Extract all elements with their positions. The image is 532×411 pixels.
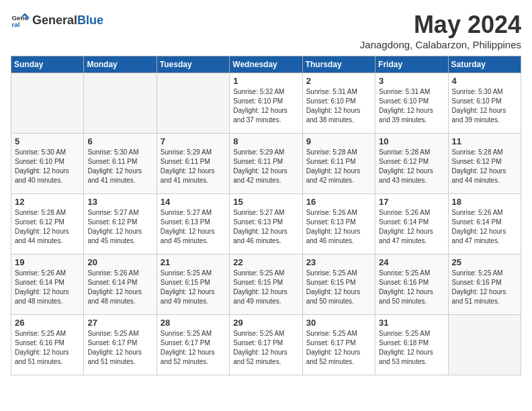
day-number-28: 28 <box>161 318 226 328</box>
week-row-1: 1Sunrise: 5:32 AMSunset: 6:10 PMDaylight… <box>11 73 521 134</box>
col-tuesday: Tuesday <box>157 56 229 73</box>
col-wednesday: Wednesday <box>230 56 302 73</box>
day-info-17: Sunrise: 5:26 AMSunset: 6:14 PMDaylight:… <box>379 208 444 246</box>
day-number-10: 10 <box>379 136 444 146</box>
day-number-11: 11 <box>452 136 517 146</box>
cell-3-6: 25Sunrise: 5:25 AMSunset: 6:16 PMDayligh… <box>448 255 521 315</box>
cell-3-0: 19Sunrise: 5:26 AMSunset: 6:14 PMDayligh… <box>11 255 84 315</box>
day-info-22: Sunrise: 5:25 AMSunset: 6:15 PMDaylight:… <box>233 269 298 306</box>
day-info-19: Sunrise: 5:26 AMSunset: 6:14 PMDaylight:… <box>15 269 80 306</box>
cell-0-6: 4Sunrise: 5:30 AMSunset: 6:10 PMDaylight… <box>448 73 521 134</box>
cell-1-4: 9Sunrise: 5:28 AMSunset: 6:11 PMDaylight… <box>302 134 375 194</box>
week-row-3: 12Sunrise: 5:28 AMSunset: 6:12 PMDayligh… <box>11 194 521 255</box>
day-number-23: 23 <box>306 257 371 267</box>
day-info-8: Sunrise: 5:29 AMSunset: 6:11 PMDaylight:… <box>233 148 298 185</box>
day-number-7: 7 <box>161 136 226 146</box>
day-info-2: Sunrise: 5:31 AMSunset: 6:10 PMDaylight:… <box>306 87 371 125</box>
cell-4-2: 28Sunrise: 5:25 AMSunset: 6:17 PMDayligh… <box>157 315 229 375</box>
cell-0-3: 1Sunrise: 5:32 AMSunset: 6:10 PMDaylight… <box>230 73 302 134</box>
logo: Gene ral GeneralBlue <box>11 11 103 30</box>
cell-0-5: 3Sunrise: 5:31 AMSunset: 6:10 PMDaylight… <box>375 73 448 134</box>
calendar-table: Sunday Monday Tuesday Wednesday Thursday… <box>11 56 521 375</box>
header-row: Sunday Monday Tuesday Wednesday Thursday… <box>11 56 521 73</box>
day-number-5: 5 <box>15 136 80 146</box>
cell-3-4: 23Sunrise: 5:25 AMSunset: 6:15 PMDayligh… <box>302 255 375 315</box>
cell-4-5: 31Sunrise: 5:25 AMSunset: 6:18 PMDayligh… <box>375 315 448 375</box>
day-info-16: Sunrise: 5:26 AMSunset: 6:13 PMDaylight:… <box>306 208 371 246</box>
cell-2-4: 16Sunrise: 5:26 AMSunset: 6:13 PMDayligh… <box>302 194 375 255</box>
week-row-2: 5Sunrise: 5:30 AMSunset: 6:10 PMDaylight… <box>11 134 521 194</box>
day-number-16: 16 <box>306 197 371 207</box>
day-number-17: 17 <box>379 197 444 207</box>
cell-0-0 <box>11 73 84 134</box>
day-info-7: Sunrise: 5:29 AMSunset: 6:11 PMDaylight:… <box>161 148 226 185</box>
col-saturday: Saturday <box>448 56 521 73</box>
day-info-9: Sunrise: 5:28 AMSunset: 6:11 PMDaylight:… <box>306 148 371 185</box>
day-number-12: 12 <box>15 197 80 207</box>
cell-2-2: 14Sunrise: 5:27 AMSunset: 6:13 PMDayligh… <box>157 194 229 255</box>
day-info-28: Sunrise: 5:25 AMSunset: 6:17 PMDaylight:… <box>161 329 226 367</box>
day-info-1: Sunrise: 5:32 AMSunset: 6:10 PMDaylight:… <box>233 87 298 125</box>
day-info-3: Sunrise: 5:31 AMSunset: 6:10 PMDaylight:… <box>379 87 444 125</box>
cell-0-1 <box>84 73 157 134</box>
day-number-15: 15 <box>233 197 298 207</box>
week-row-5: 26Sunrise: 5:25 AMSunset: 6:16 PMDayligh… <box>11 315 521 375</box>
cell-0-4: 2Sunrise: 5:31 AMSunset: 6:10 PMDaylight… <box>302 73 375 134</box>
day-number-31: 31 <box>379 318 444 328</box>
day-number-30: 30 <box>306 318 371 328</box>
day-number-14: 14 <box>161 197 226 207</box>
day-info-29: Sunrise: 5:25 AMSunset: 6:17 PMDaylight:… <box>233 329 298 367</box>
day-number-2: 2 <box>306 76 371 86</box>
day-info-23: Sunrise: 5:25 AMSunset: 6:15 PMDaylight:… <box>306 269 371 306</box>
logo-icon: Gene ral <box>11 11 30 30</box>
cell-4-6 <box>448 315 521 375</box>
header: Gene ral GeneralBlue May 2024 Janagdong,… <box>11 11 521 50</box>
col-friday: Friday <box>375 56 448 73</box>
day-number-25: 25 <box>452 257 517 267</box>
svg-text:ral: ral <box>11 21 19 28</box>
day-number-26: 26 <box>15 318 80 328</box>
month-title: May 2024 <box>360 11 521 39</box>
day-number-9: 9 <box>306 136 371 146</box>
day-number-1: 1 <box>233 76 298 86</box>
cell-1-3: 8Sunrise: 5:29 AMSunset: 6:11 PMDaylight… <box>230 134 302 194</box>
day-number-27: 27 <box>87 318 152 328</box>
cell-2-1: 13Sunrise: 5:27 AMSunset: 6:12 PMDayligh… <box>84 194 157 255</box>
day-number-4: 4 <box>452 76 517 86</box>
logo-blue: Blue <box>77 13 103 28</box>
location-title: Janagdong, Calabarzon, Philippines <box>360 39 521 50</box>
col-sunday: Sunday <box>11 56 84 73</box>
cell-1-6: 11Sunrise: 5:28 AMSunset: 6:12 PMDayligh… <box>448 134 521 194</box>
day-number-6: 6 <box>87 136 152 146</box>
day-info-11: Sunrise: 5:28 AMSunset: 6:12 PMDaylight:… <box>452 148 517 185</box>
day-number-29: 29 <box>233 318 298 328</box>
day-number-18: 18 <box>452 197 517 207</box>
cell-4-3: 29Sunrise: 5:25 AMSunset: 6:17 PMDayligh… <box>230 315 302 375</box>
day-info-6: Sunrise: 5:30 AMSunset: 6:11 PMDaylight:… <box>87 148 152 185</box>
logo-general: General <box>32 13 77 28</box>
cell-1-1: 6Sunrise: 5:30 AMSunset: 6:11 PMDaylight… <box>84 134 157 194</box>
day-number-21: 21 <box>161 257 226 267</box>
day-info-4: Sunrise: 5:30 AMSunset: 6:10 PMDaylight:… <box>452 87 517 125</box>
cell-1-5: 10Sunrise: 5:28 AMSunset: 6:12 PMDayligh… <box>375 134 448 194</box>
cell-0-2 <box>157 73 229 134</box>
day-info-18: Sunrise: 5:26 AMSunset: 6:14 PMDaylight:… <box>452 208 517 246</box>
week-row-4: 19Sunrise: 5:26 AMSunset: 6:14 PMDayligh… <box>11 255 521 315</box>
day-info-14: Sunrise: 5:27 AMSunset: 6:13 PMDaylight:… <box>161 208 226 246</box>
cell-2-0: 12Sunrise: 5:28 AMSunset: 6:12 PMDayligh… <box>11 194 84 255</box>
cell-2-5: 17Sunrise: 5:26 AMSunset: 6:14 PMDayligh… <box>375 194 448 255</box>
cell-4-4: 30Sunrise: 5:25 AMSunset: 6:17 PMDayligh… <box>302 315 375 375</box>
day-number-3: 3 <box>379 76 444 86</box>
day-number-13: 13 <box>87 197 152 207</box>
cell-1-2: 7Sunrise: 5:29 AMSunset: 6:11 PMDaylight… <box>157 134 229 194</box>
day-info-25: Sunrise: 5:25 AMSunset: 6:16 PMDaylight:… <box>452 269 517 306</box>
cell-4-1: 27Sunrise: 5:25 AMSunset: 6:17 PMDayligh… <box>84 315 157 375</box>
cell-3-2: 21Sunrise: 5:25 AMSunset: 6:15 PMDayligh… <box>157 255 229 315</box>
day-number-22: 22 <box>233 257 298 267</box>
day-info-10: Sunrise: 5:28 AMSunset: 6:12 PMDaylight:… <box>379 148 444 185</box>
day-info-21: Sunrise: 5:25 AMSunset: 6:15 PMDaylight:… <box>161 269 226 306</box>
day-info-20: Sunrise: 5:26 AMSunset: 6:14 PMDaylight:… <box>87 269 152 306</box>
cell-1-0: 5Sunrise: 5:30 AMSunset: 6:10 PMDaylight… <box>11 134 84 194</box>
cell-3-3: 22Sunrise: 5:25 AMSunset: 6:15 PMDayligh… <box>230 255 302 315</box>
day-number-19: 19 <box>15 257 80 267</box>
